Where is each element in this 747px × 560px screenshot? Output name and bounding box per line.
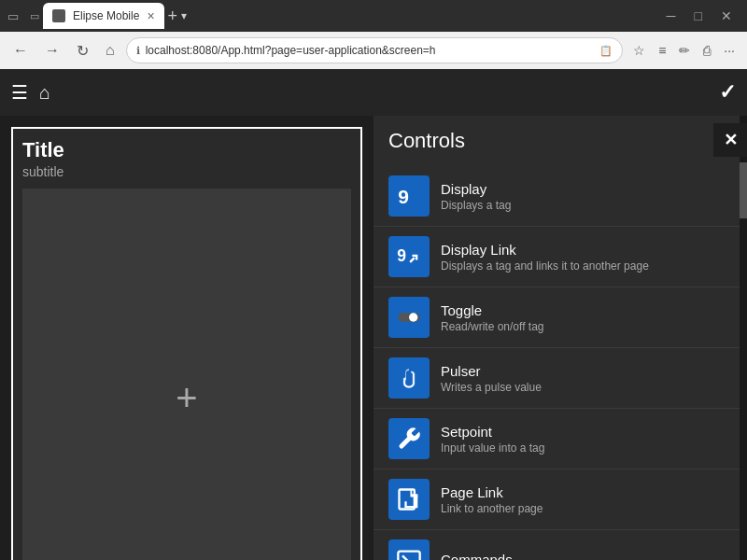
- canvas-subtitle: subtitle: [22, 164, 351, 179]
- pulser-icon: [388, 357, 430, 399]
- address-text: localhost:8080/App.html?page=user-applic…: [146, 44, 594, 57]
- toggle-name: Toggle: [441, 302, 732, 318]
- bookmark-button[interactable]: ☆: [628, 39, 650, 62]
- commands-text: Commands: [441, 552, 732, 561]
- app-toolbar: ☰ ⌂ ✓: [0, 69, 747, 116]
- app-body: Title subtitle + ✕ Controls 9: [0, 116, 747, 560]
- control-item-display-link[interactable]: 9 Display Link Displays a tag and links …: [374, 227, 747, 287]
- share-button[interactable]: ⎙: [698, 39, 715, 62]
- window-icon2: ▭: [30, 10, 39, 22]
- pen-button[interactable]: ✏: [674, 39, 695, 62]
- controls-header: Controls: [374, 116, 747, 166]
- more-button[interactable]: ···: [719, 39, 740, 62]
- display-name: Display: [441, 181, 732, 197]
- add-widget-icon: +: [176, 379, 197, 416]
- controls-panel: ✕ Controls 9 Display Displays a tag: [374, 116, 747, 560]
- nav-icons-right: ☆ ≡ ✏ ⎙ ···: [628, 39, 740, 62]
- svg-rect-5: [398, 552, 419, 560]
- page-link-name: Page Link: [441, 484, 732, 500]
- toggle-icon: [388, 297, 430, 338]
- page-link-text: Page Link Link to another page: [441, 484, 732, 515]
- controls-title: Controls: [388, 129, 700, 153]
- display-icon: 9: [388, 175, 430, 217]
- close-window-button[interactable]: ✕: [713, 7, 740, 25]
- home-icon[interactable]: ⌂: [39, 82, 50, 104]
- controls-list: 9 Display Displays a tag 9: [374, 166, 747, 560]
- address-lock-icon: 📋: [599, 45, 613, 57]
- control-item-pulser[interactable]: Pulser Writes a pulse value: [374, 348, 747, 409]
- pulser-desc: Writes a pulse value: [441, 381, 732, 394]
- page-link-icon: [388, 479, 430, 520]
- svg-text:9: 9: [397, 246, 406, 265]
- setpoint-desc: Input value into a tag: [441, 441, 732, 455]
- commands-name: Commands: [441, 552, 732, 561]
- app-area: ☰ ⌂ ✓ Title subtitle + ✕ Controls: [0, 69, 747, 560]
- svg-text:9: 9: [398, 186, 409, 207]
- home-button[interactable]: ⌂: [100, 38, 120, 63]
- page-link-desc: Link to another page: [441, 502, 732, 515]
- tab-bar: ▭ ▭ Elipse Mobile × + ▾ ─ □ ✕: [0, 0, 747, 32]
- canvas-panel: Title subtitle +: [0, 116, 374, 560]
- display-link-name: Display Link: [441, 242, 732, 258]
- setpoint-icon: [388, 418, 430, 459]
- address-info-icon: ℹ: [136, 45, 140, 57]
- pulser-name: Pulser: [441, 363, 732, 379]
- controls-close-button[interactable]: ✕: [713, 123, 747, 157]
- toggle-text: Toggle Read/write on/off tag: [441, 302, 732, 333]
- control-item-toggle[interactable]: Toggle Read/write on/off tag: [374, 287, 747, 348]
- setpoint-text: Setpoint Input value into a tag: [441, 424, 732, 455]
- tab-label: Elipse Mobile: [73, 9, 139, 22]
- control-item-display[interactable]: 9 Display Displays a tag: [374, 166, 747, 227]
- nav-bar: ← → ↻ ⌂ ℹ localhost:8080/App.html?page=u…: [0, 32, 747, 69]
- svg-point-3: [409, 313, 417, 321]
- display-text: Display Displays a tag: [441, 181, 732, 212]
- commands-icon: [388, 539, 430, 560]
- confirm-button[interactable]: ✓: [719, 80, 736, 105]
- pulser-text: Pulser Writes a pulse value: [441, 363, 732, 394]
- display-link-desc: Displays a tag and links it to another p…: [441, 259, 732, 273]
- tab-favicon: [52, 9, 65, 22]
- display-desc: Displays a tag: [441, 199, 732, 212]
- new-tab-button[interactable]: +: [168, 7, 178, 26]
- tab-close-button[interactable]: ×: [147, 8, 154, 23]
- scrollbar-track[interactable]: [740, 116, 747, 560]
- minimize-button[interactable]: ─: [659, 7, 684, 25]
- control-item-setpoint[interactable]: Setpoint Input value into a tag: [374, 409, 747, 469]
- display-link-text: Display Link Displays a tag and links it…: [441, 242, 732, 273]
- setpoint-name: Setpoint: [441, 424, 732, 440]
- browser-tab[interactable]: Elipse Mobile ×: [43, 3, 164, 29]
- canvas-add-area[interactable]: +: [22, 189, 351, 560]
- scrollbar-thumb[interactable]: [740, 162, 747, 218]
- address-bar[interactable]: ℹ localhost:8080/App.html?page=user-appl…: [126, 37, 623, 63]
- tab-dropdown-button[interactable]: ▾: [181, 9, 187, 22]
- menu-icon[interactable]: ☰: [11, 81, 28, 104]
- canvas-container: Title subtitle +: [11, 127, 362, 560]
- back-button[interactable]: ←: [7, 38, 34, 63]
- reading-button[interactable]: ≡: [654, 39, 670, 62]
- toggle-desc: Read/write on/off tag: [441, 320, 732, 333]
- control-item-page-link[interactable]: Page Link Link to another page: [374, 469, 747, 530]
- window-icon: ▭: [7, 9, 19, 23]
- display-link-icon: 9: [388, 236, 430, 277]
- forward-button[interactable]: →: [39, 38, 65, 63]
- maximize-button[interactable]: □: [687, 7, 710, 25]
- control-item-commands[interactable]: Commands: [374, 530, 747, 560]
- canvas-title: Title: [22, 138, 351, 162]
- refresh-button[interactable]: ↻: [71, 38, 94, 63]
